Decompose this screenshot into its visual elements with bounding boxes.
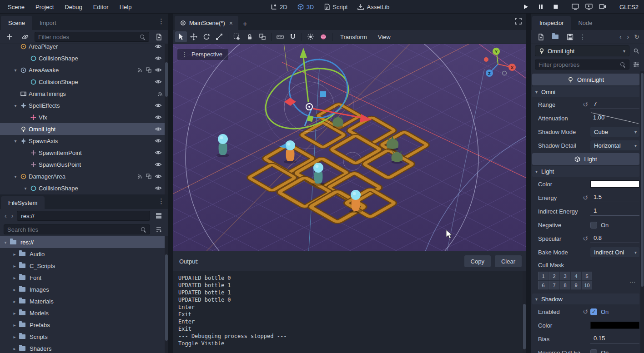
history-back-icon[interactable]: ‹ [618,33,623,40]
filesystem-folder-row[interactable]: ▸Scripts [0,331,168,343]
cull-mask-bit[interactable]: 9 [571,281,581,289]
clear-button[interactable]: Clear [495,255,522,267]
object-selector[interactable]: OmniLight ▾ [535,45,629,56]
scene-tree-row[interactable]: CollisionShape [0,76,168,88]
number-field[interactable]: 1 [590,207,639,216]
renderer-dropdown[interactable]: GLES2 [618,3,640,11]
rotate-tool-icon[interactable] [201,31,212,42]
cull-mask-bit[interactable]: 10 [582,281,592,289]
sun-icon[interactable] [305,31,317,42]
revert-icon[interactable]: ↺ [583,308,588,315]
filesystem-folder-row[interactable]: ▸Font [0,272,168,283]
dropdown-field[interactable]: Horizontal▾ [590,140,639,150]
snap-magnet-icon[interactable] [287,31,299,42]
revert-icon[interactable]: ↺ [583,194,588,201]
tab-node[interactable]: Node [571,16,599,30]
visibility-eye-icon[interactable] [155,55,162,61]
cull-mask-bit[interactable]: 4 [571,272,581,280]
checkbox[interactable] [590,222,597,229]
signal-badge-icon[interactable] [137,67,143,73]
object-menu-icon[interactable] [632,48,640,54]
revert-icon[interactable]: ↺ [583,101,588,108]
transform-menu[interactable]: Transform [335,34,372,40]
visibility-eye-icon[interactable] [155,114,162,120]
expand-arrow-icon[interactable]: ▾ [12,174,19,179]
expand-arrow-icon[interactable]: ▸ [11,323,18,328]
cull-mask-bit[interactable]: 6 [538,281,548,289]
visibility-eye-icon[interactable] [155,44,162,49]
scene-tree-row[interactable]: AreaPlayer [0,44,168,52]
pause-button[interactable] [536,2,545,11]
close-tab-icon[interactable]: × [228,20,234,27]
output-console[interactable]: UPDATED bottle 0UPDATED bottle 1UPDATED … [173,271,526,353]
scene-tree-scrollbar[interactable] [165,44,168,194]
expand-arrow-icon[interactable]: ▸ [11,334,18,339]
visibility-eye-icon[interactable] [155,103,162,108]
filesystem-folder-row[interactable]: ▸Models [0,307,168,319]
group-badge-icon[interactable] [146,67,151,73]
signal-badge-icon[interactable] [137,174,143,179]
history-back-icon[interactable]: ‹ [4,212,8,219]
scene-tree-row[interactable]: ▾SpawnAxis [0,135,168,147]
filesystem-folder-row[interactable]: ▸Prefabs [0,319,168,331]
switch-2d[interactable]: 2D [266,2,292,12]
tab-filesystem[interactable]: FileSystem [1,196,45,209]
switch-script[interactable]: Script [319,2,352,12]
inspector-scrollbar[interactable] [640,71,644,353]
history-forward-icon[interactable]: › [10,212,15,219]
checkbox[interactable] [590,349,597,353]
history-icon[interactable]: ↻ [633,33,640,40]
history-forward-icon[interactable]: › [626,33,631,40]
expand-arrow-icon[interactable]: ▾ [12,103,19,108]
play-button[interactable] [521,2,530,11]
expand-arrow-icon[interactable]: ▸ [11,275,18,280]
resource-menu-icon[interactable]: ⋮ [579,33,587,40]
tab-scene[interactable]: Scene [1,16,32,30]
menu-debug[interactable]: Debug [60,2,87,12]
visibility-eye-icon[interactable] [155,79,162,85]
dock-menu-icon[interactable]: ⋮ [158,198,165,204]
expand-arrow-icon[interactable]: ▸ [11,299,18,304]
visibility-eye-icon[interactable] [155,185,162,191]
filesystem-folder-row[interactable]: ▸Materials [0,295,168,307]
scene-tree-row[interactable]: ▾SpellEffects [0,99,168,111]
new-scene-tab-button[interactable]: + [238,20,252,30]
expand-arrow-icon[interactable]: ▾ [12,139,19,144]
tab-import[interactable]: Import [32,16,64,30]
menu-project[interactable]: Project [30,2,59,12]
new-resource-icon[interactable] [535,31,547,42]
group-light[interactable]: ▾Light [532,166,639,177]
menu-editor[interactable]: Editor [88,2,114,12]
color-swatch[interactable] [590,180,639,188]
class-header-light[interactable]: Light [532,153,639,165]
scale-tool-icon[interactable] [213,31,225,42]
deploy-monitor-icon[interactable] [584,2,594,11]
view-menu[interactable]: View [373,34,396,40]
cull-mask-bit[interactable]: 1 [538,272,548,280]
expand-arrow-icon[interactable]: ▾ [22,186,29,191]
switch-3d[interactable]: 3D [293,2,319,12]
cull-mask-bit[interactable]: 5 [582,272,592,280]
visibility-eye-icon[interactable] [155,162,162,167]
current-path-field[interactable]: res:// [17,211,150,221]
group-icon[interactable] [257,31,268,42]
tab-inspector[interactable]: Inspector [532,16,571,30]
expand-arrow-icon[interactable]: ▸ [11,346,18,351]
revert-icon[interactable]: ↺ [583,235,588,242]
add-node-button[interactable] [4,31,15,42]
ruler-icon[interactable] [274,31,286,42]
expand-arrow-icon[interactable]: ▾ [2,240,9,245]
attach-script-button[interactable] [153,31,165,42]
scene-tree-row[interactable]: SpawnGusPoint [0,159,168,170]
expand-arrow-icon[interactable]: ▸ [11,264,18,268]
dropdown-field[interactable]: Cube▾ [590,127,639,137]
filesystem-folder-row[interactable]: ▸Images [0,283,168,295]
group-badge-icon[interactable] [146,174,151,179]
visibility-eye-icon[interactable] [155,67,162,73]
scene-tree-row[interactable]: ▾DamagerArea [0,170,168,182]
tab-mainscene[interactable]: MainScene(*) × [175,16,238,30]
menu-help[interactable]: Help [115,2,137,12]
filter-properties-input[interactable] [538,61,617,68]
number-field[interactable]: 0.8 [590,234,639,243]
signal-badge-icon[interactable] [158,91,163,96]
